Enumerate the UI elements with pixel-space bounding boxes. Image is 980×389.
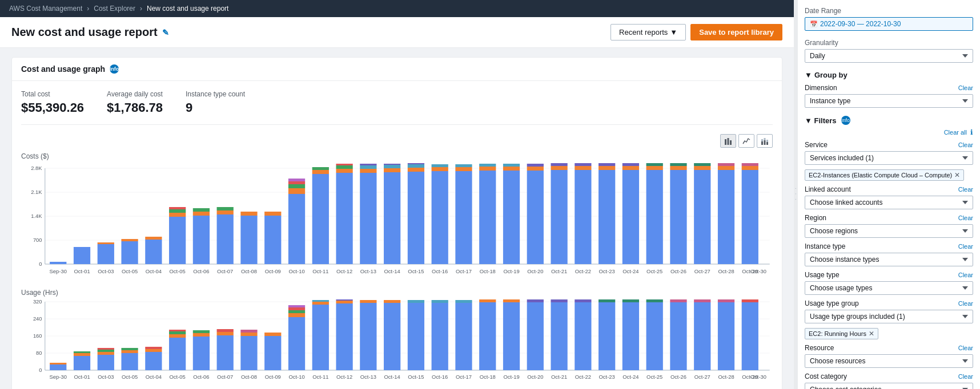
svg-rect-225 [742, 302, 758, 370]
svg-rect-83 [551, 166, 567, 170]
graph-info-badge[interactable]: Info [110, 64, 119, 74]
svg-rect-66 [408, 163, 424, 164]
svg-rect-35 [193, 208, 210, 212]
svg-rect-169 [169, 331, 186, 334]
cost-category-select[interactable]: Choose cost categories [805, 383, 973, 389]
svg-rect-86 [575, 166, 591, 170]
svg-text:Oct-21: Oct-21 [551, 269, 567, 274]
usage-type-group-select[interactable]: Usage type groups included (1) [805, 310, 973, 323]
region-select[interactable]: Choose regions [805, 224, 973, 238]
region-clear[interactable]: Clear [958, 214, 973, 221]
instance-count-metric: Instance type count 9 [186, 90, 245, 115]
usage-type-group-tag-text: EC2: Running Hours [809, 330, 866, 337]
granularity-label: Granularity [805, 39, 973, 47]
svg-rect-213 [599, 302, 615, 370]
svg-rect-27 [145, 240, 162, 264]
svg-rect-39 [240, 216, 257, 264]
dimension-clear[interactable]: Clear [958, 84, 973, 91]
graph-card: Cost and usage graph Info Total cost $55… [11, 57, 782, 389]
filters-info-badge[interactable]: Info [841, 116, 850, 125]
svg-rect-186 [288, 305, 305, 307]
svg-rect-95 [646, 166, 663, 170]
svg-rect-180 [264, 336, 281, 370]
breadcrumb-current: New cost and usage report [147, 5, 228, 13]
usage-type-group-tag-remove[interactable]: ✕ [869, 330, 874, 338]
granularity-select[interactable]: Daily [805, 49, 973, 63]
instance-type-select[interactable]: Choose instance types [805, 253, 973, 266]
svg-text:Oct-05: Oct-05 [122, 374, 138, 380]
svg-rect-210 [551, 299, 567, 302]
svg-rect-199 [432, 303, 448, 370]
svg-rect-204 [479, 299, 496, 302]
svg-rect-38 [217, 207, 234, 210]
svg-rect-91 [622, 170, 639, 264]
breadcrumb-cost-explorer[interactable]: Cost Explorer [94, 5, 135, 13]
svg-rect-184 [288, 310, 305, 313]
cost-category-clear[interactable]: Clear [958, 373, 973, 380]
svg-rect-77 [503, 167, 520, 171]
svg-text:160: 160 [33, 333, 42, 339]
svg-text:2.1K: 2.1K [31, 189, 42, 195]
svg-rect-106 [742, 170, 758, 264]
svg-text:Oct-01: Oct-01 [74, 374, 90, 380]
avg-daily-value: $1,786.78 [107, 100, 163, 115]
usage-type-clear[interactable]: Clear [958, 272, 973, 278]
svg-rect-64 [408, 168, 424, 172]
group-by-title[interactable]: ▼ Group by [805, 71, 973, 79]
svg-text:Oct-28: Oct-28 [718, 269, 734, 274]
svg-text:2.8K: 2.8K [31, 165, 42, 171]
svg-rect-58 [360, 164, 376, 165]
usage-type-label: Usage type [805, 271, 840, 279]
svg-text:Oct-06: Oct-06 [193, 374, 209, 380]
svg-rect-65 [408, 164, 424, 168]
svg-rect-32 [169, 207, 186, 209]
save-to-library-button[interactable]: Save to report library [690, 24, 782, 40]
svg-text:Oct-08: Oct-08 [241, 269, 257, 274]
total-cost-metric: Total cost $55,390.26 [21, 90, 84, 115]
stacked-chart-button[interactable] [757, 134, 773, 148]
line-chart-button[interactable] [738, 134, 754, 148]
svg-rect-167 [169, 338, 186, 370]
svg-rect-202 [455, 300, 472, 303]
svg-rect-60 [384, 168, 400, 172]
svg-rect-198 [408, 300, 424, 303]
svg-rect-107 [742, 166, 758, 170]
svg-rect-1 [728, 138, 729, 145]
service-tag-remove[interactable]: ✕ [954, 171, 960, 179]
breadcrumb-home[interactable]: AWS Cost Management [9, 5, 82, 13]
group-by-triangle: ▼ [805, 71, 812, 79]
resource-clear[interactable]: Clear [958, 345, 973, 351]
svg-rect-203 [479, 302, 496, 370]
svg-rect-226 [742, 299, 758, 302]
svg-rect-48 [312, 174, 329, 264]
clear-all-link[interactable]: Clear all [944, 129, 967, 136]
bar-chart-button[interactable] [720, 134, 736, 148]
svg-rect-185 [288, 307, 305, 310]
svg-text:Oct-27: Oct-27 [694, 374, 710, 380]
svg-text:Oct-23: Oct-23 [599, 269, 615, 274]
svg-rect-54 [336, 164, 352, 165]
svg-rect-162 [121, 350, 138, 353]
recent-reports-button[interactable]: Recent reports ▼ [611, 24, 686, 40]
svg-rect-84 [551, 163, 567, 166]
svg-rect-168 [169, 334, 186, 338]
resource-select[interactable]: Choose resources [805, 354, 973, 368]
service-select[interactable]: Services included (1) [805, 151, 973, 165]
svg-rect-153 [50, 363, 66, 364]
cost-axis-label: Costs ($) [21, 152, 773, 160]
linked-account-select[interactable]: Choose linked accounts [805, 196, 973, 209]
svg-rect-5 [764, 140, 766, 145]
usage-type-select[interactable]: Choose usage types [805, 281, 973, 295]
edit-icon[interactable]: ✎ [162, 28, 169, 37]
service-clear[interactable]: Clear [958, 141, 973, 148]
svg-rect-209 [551, 302, 567, 370]
svg-text:Oct-15: Oct-15 [408, 374, 424, 380]
svg-text:Oct-30: Oct-30 [750, 374, 766, 380]
date-range-box[interactable]: 📅 2022-09-30 — 2022-10-30 [805, 17, 973, 31]
dimension-select[interactable]: Instance type [805, 94, 973, 108]
svg-text:700: 700 [33, 237, 42, 243]
linked-account-clear[interactable]: Clear [958, 186, 973, 193]
instance-type-clear[interactable]: Clear [958, 243, 973, 250]
usage-type-group-clear[interactable]: Clear [958, 300, 973, 307]
usage-type-row: Usage type Clear [805, 271, 973, 279]
